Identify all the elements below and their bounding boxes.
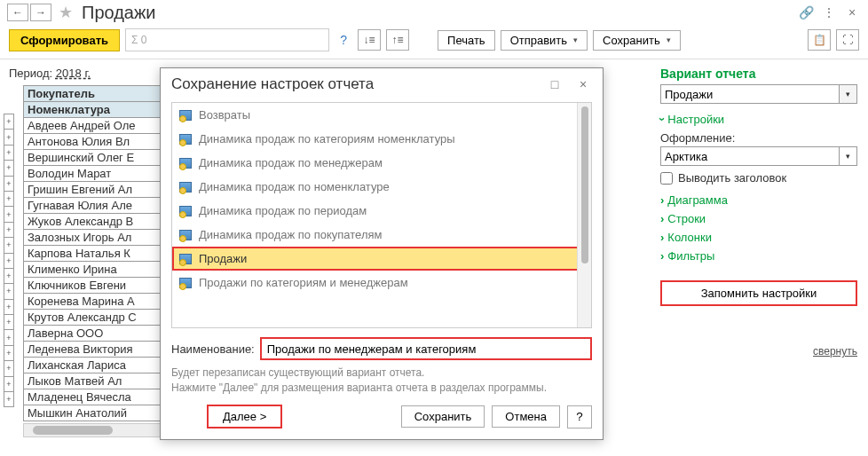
expand-icon[interactable]: + <box>4 299 14 315</box>
expand-icon[interactable]: + <box>4 268 14 284</box>
table-row[interactable]: Гугнавая Юлия Але <box>24 198 174 214</box>
variant-title: Вариант отчета <box>660 67 857 81</box>
table-row[interactable]: Мышкин Анатолий <box>24 405 174 421</box>
expand-icon[interactable]: + <box>4 114 14 130</box>
settings-section[interactable]: Настройки <box>660 113 857 126</box>
table-row[interactable]: Володин Марат <box>24 166 174 182</box>
calc-icon[interactable]: 📋 <box>808 29 831 51</box>
table-row[interactable]: Клименко Ирина <box>24 262 174 278</box>
favorite-icon[interactable]: ★ <box>57 4 75 21</box>
expand-all-icon[interactable]: ↓≡ <box>358 29 381 51</box>
send-button[interactable]: Отправить <box>501 30 588 51</box>
section-filters[interactable]: Фильтры <box>660 249 857 263</box>
collapse-all-icon[interactable]: ↑≡ <box>386 29 409 51</box>
show-header-checkbox[interactable] <box>660 172 673 185</box>
table-row[interactable]: Жуков Александр В <box>24 214 174 230</box>
horizontal-scrollbar[interactable] <box>23 423 174 437</box>
save-settings-dialog: Сохранение настроек отчета □ × ВозвратыД… <box>160 67 604 440</box>
list-item[interactable]: Возвраты <box>172 103 591 127</box>
show-header-label: Выводить заголовок <box>678 171 786 185</box>
expand-icon[interactable]: + <box>4 222 14 238</box>
expand-icon[interactable]: + <box>4 191 14 207</box>
generate-button[interactable]: Сформировать <box>9 29 120 51</box>
page-title: Продажи <box>82 3 156 23</box>
section-rows[interactable]: Строки <box>660 212 857 225</box>
table-row[interactable]: Залозных Игорь Ал <box>24 230 174 246</box>
info-text: Будет перезаписан существующий вариант о… <box>171 366 592 396</box>
variant-list[interactable]: ВозвратыДинамика продаж по категориям но… <box>171 102 592 328</box>
expand-icon[interactable]: + <box>4 145 14 161</box>
more-icon[interactable]: ⋮ <box>820 4 838 21</box>
expand-icon[interactable]: + <box>4 329 14 345</box>
print-button[interactable]: Печать <box>438 30 495 51</box>
expand-icon[interactable]: + <box>4 129 14 145</box>
expand-icon[interactable]: + <box>4 283 14 299</box>
table-row[interactable]: Карпова Наталья К <box>24 246 174 262</box>
design-dropdown-icon[interactable]: ▾ <box>840 146 857 166</box>
dialog-help-button[interactable]: ? <box>567 405 592 428</box>
header-nomen: Номенклатура <box>24 102 174 118</box>
list-item[interactable]: Динамика продаж по периодам <box>172 199 591 223</box>
expand-icon[interactable]: + <box>4 176 14 192</box>
table-row[interactable]: Антонова Юлия Вл <box>24 134 174 150</box>
period-label: Период: <box>9 67 52 80</box>
help-icon[interactable]: ? <box>335 31 352 49</box>
table-row[interactable]: Коренева Марина А <box>24 294 174 310</box>
expand-icon[interactable]: + <box>4 391 14 407</box>
list-scrollbar[interactable] <box>577 103 591 327</box>
design-label: Оформление: <box>660 131 857 145</box>
fullscreen-icon[interactable]: ⛶ <box>836 29 859 51</box>
table-row[interactable]: Вершинский Олег Е <box>24 150 174 166</box>
show-header-row[interactable]: Выводить заголовок <box>660 171 857 185</box>
expand-icon[interactable]: + <box>4 237 14 253</box>
next-button[interactable]: Далее > <box>207 405 282 428</box>
variant-input[interactable] <box>660 84 840 104</box>
table-row[interactable]: Леденева Виктория <box>24 342 174 358</box>
back-button[interactable]: ← <box>7 4 28 21</box>
close-icon[interactable]: × <box>843 4 861 21</box>
table-row[interactable]: Младенец Вячесла <box>24 389 174 405</box>
name-input[interactable] <box>260 337 592 360</box>
expand-icon[interactable]: + <box>4 160 14 176</box>
section-diagram[interactable]: Диаграмма <box>660 193 857 207</box>
dialog-save-button[interactable]: Сохранить <box>401 405 485 428</box>
table-row[interactable]: Ключников Евгени <box>24 278 174 294</box>
data-table: Покупатель Номенклатура Авдеев Андрей Ол… <box>23 85 174 421</box>
sigma-field[interactable]: Σ 0 <box>125 28 329 51</box>
expand-icon[interactable]: + <box>4 206 14 222</box>
list-item[interactable]: Динамика продаж по менеджерам <box>172 151 591 175</box>
list-item[interactable]: Продажи по категориям и менеджерам <box>172 271 591 295</box>
list-item[interactable]: Продажи <box>172 247 591 271</box>
save-button[interactable]: Сохранить <box>593 30 681 51</box>
dialog-maximize-icon[interactable]: □ <box>546 75 564 93</box>
dialog-title: Сохранение настроек отчета <box>171 75 374 93</box>
name-label: Наименование: <box>171 342 255 356</box>
table-row[interactable]: Лаверна ООО <box>24 326 174 342</box>
expand-icon[interactable]: + <box>4 314 14 330</box>
list-item[interactable]: Динамика продаж по номенклатуре <box>172 175 591 199</box>
expand-icon[interactable]: + <box>4 253 14 269</box>
collapse-link[interactable]: свернуть <box>660 345 857 358</box>
table-row[interactable]: Лыков Матвей Ал <box>24 373 174 389</box>
forward-button[interactable]: → <box>30 4 51 21</box>
table-row[interactable]: Авдеев Андрей Оле <box>24 118 174 134</box>
remember-settings-button[interactable]: Запомнить настройки <box>660 280 857 306</box>
variant-dropdown-icon[interactable]: ▾ <box>840 84 857 104</box>
design-input[interactable] <box>660 146 840 166</box>
link-icon[interactable]: 🔗 <box>797 4 815 21</box>
expand-icon[interactable]: + <box>4 376 14 392</box>
dialog-close-icon[interactable]: × <box>574 75 592 93</box>
table-row[interactable]: Крутов Александр С <box>24 310 174 326</box>
section-cols[interactable]: Колонки <box>660 231 857 244</box>
table-row[interactable]: Гришин Евгений Ал <box>24 182 174 198</box>
list-item[interactable]: Динамика продаж по покупателям <box>172 223 591 247</box>
list-item[interactable]: Динамика продаж по категориям номенклату… <box>172 127 591 151</box>
header-buyer: Покупатель <box>24 86 174 102</box>
period-value[interactable]: 2018 г. <box>56 67 91 80</box>
expand-icon[interactable]: + <box>4 360 14 376</box>
table-row[interactable]: Лиханская Лариса <box>24 358 174 373</box>
dialog-cancel-button[interactable]: Отмена <box>492 405 560 428</box>
expand-icon[interactable]: + <box>4 345 14 361</box>
